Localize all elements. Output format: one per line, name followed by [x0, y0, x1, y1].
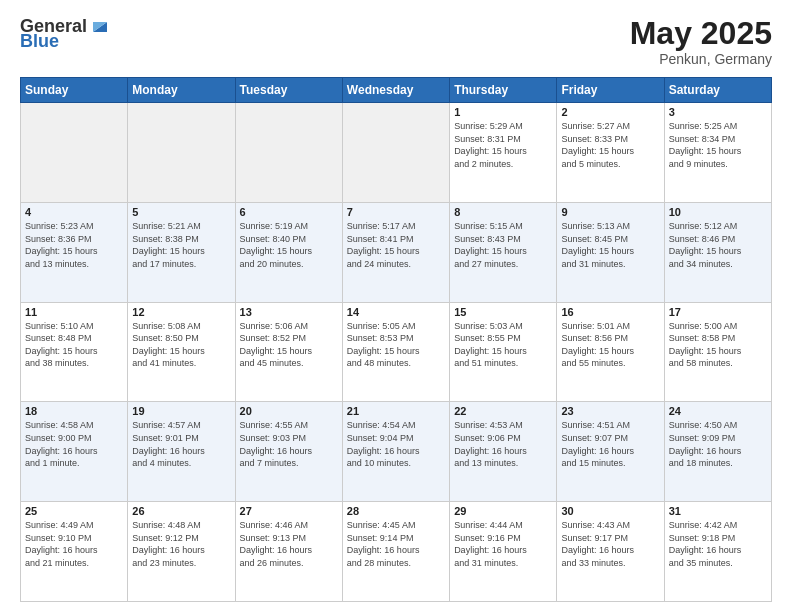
table-row: 27Sunrise: 4:46 AM Sunset: 9:13 PM Dayli… [235, 502, 342, 602]
day-info: Sunrise: 4:50 AM Sunset: 9:09 PM Dayligh… [669, 419, 767, 469]
month-year: May 2025 [630, 16, 772, 51]
table-row: 17Sunrise: 5:00 AM Sunset: 8:58 PM Dayli… [664, 302, 771, 402]
day-number: 25 [25, 505, 123, 517]
table-row: 16Sunrise: 5:01 AM Sunset: 8:56 PM Dayli… [557, 302, 664, 402]
day-number: 17 [669, 306, 767, 318]
day-number: 27 [240, 505, 338, 517]
day-number: 20 [240, 405, 338, 417]
calendar-week-row: 11Sunrise: 5:10 AM Sunset: 8:48 PM Dayli… [21, 302, 772, 402]
day-info: Sunrise: 5:06 AM Sunset: 8:52 PM Dayligh… [240, 320, 338, 370]
table-row: 14Sunrise: 5:05 AM Sunset: 8:53 PM Dayli… [342, 302, 449, 402]
table-row: 12Sunrise: 5:08 AM Sunset: 8:50 PM Dayli… [128, 302, 235, 402]
day-number: 10 [669, 206, 767, 218]
table-row [235, 103, 342, 203]
table-row: 24Sunrise: 4:50 AM Sunset: 9:09 PM Dayli… [664, 402, 771, 502]
table-row: 4Sunrise: 5:23 AM Sunset: 8:36 PM Daylig… [21, 202, 128, 302]
table-row: 29Sunrise: 4:44 AM Sunset: 9:16 PM Dayli… [450, 502, 557, 602]
table-row: 3Sunrise: 5:25 AM Sunset: 8:34 PM Daylig… [664, 103, 771, 203]
day-info: Sunrise: 5:23 AM Sunset: 8:36 PM Dayligh… [25, 220, 123, 270]
weekday-header-row: Sunday Monday Tuesday Wednesday Thursday… [21, 78, 772, 103]
table-row: 2Sunrise: 5:27 AM Sunset: 8:33 PM Daylig… [557, 103, 664, 203]
day-info: Sunrise: 4:42 AM Sunset: 9:18 PM Dayligh… [669, 519, 767, 569]
header-monday: Monday [128, 78, 235, 103]
table-row: 28Sunrise: 4:45 AM Sunset: 9:14 PM Dayli… [342, 502, 449, 602]
day-number: 26 [132, 505, 230, 517]
table-row: 26Sunrise: 4:48 AM Sunset: 9:12 PM Dayli… [128, 502, 235, 602]
day-info: Sunrise: 5:19 AM Sunset: 8:40 PM Dayligh… [240, 220, 338, 270]
day-number: 18 [25, 405, 123, 417]
day-info: Sunrise: 4:48 AM Sunset: 9:12 PM Dayligh… [132, 519, 230, 569]
day-number: 23 [561, 405, 659, 417]
table-row: 7Sunrise: 5:17 AM Sunset: 8:41 PM Daylig… [342, 202, 449, 302]
calendar-week-row: 25Sunrise: 4:49 AM Sunset: 9:10 PM Dayli… [21, 502, 772, 602]
day-number: 24 [669, 405, 767, 417]
header-sunday: Sunday [21, 78, 128, 103]
day-number: 12 [132, 306, 230, 318]
day-info: Sunrise: 4:49 AM Sunset: 9:10 PM Dayligh… [25, 519, 123, 569]
day-number: 7 [347, 206, 445, 218]
table-row: 22Sunrise: 4:53 AM Sunset: 9:06 PM Dayli… [450, 402, 557, 502]
day-number: 3 [669, 106, 767, 118]
day-info: Sunrise: 4:58 AM Sunset: 9:00 PM Dayligh… [25, 419, 123, 469]
day-number: 29 [454, 505, 552, 517]
table-row: 9Sunrise: 5:13 AM Sunset: 8:45 PM Daylig… [557, 202, 664, 302]
table-row [342, 103, 449, 203]
day-info: Sunrise: 5:05 AM Sunset: 8:53 PM Dayligh… [347, 320, 445, 370]
day-number: 2 [561, 106, 659, 118]
day-number: 16 [561, 306, 659, 318]
day-info: Sunrise: 4:53 AM Sunset: 9:06 PM Dayligh… [454, 419, 552, 469]
header-friday: Friday [557, 78, 664, 103]
logo: General Blue [20, 16, 111, 52]
day-number: 14 [347, 306, 445, 318]
table-row: 21Sunrise: 4:54 AM Sunset: 9:04 PM Dayli… [342, 402, 449, 502]
table-row: 20Sunrise: 4:55 AM Sunset: 9:03 PM Dayli… [235, 402, 342, 502]
table-row: 23Sunrise: 4:51 AM Sunset: 9:07 PM Dayli… [557, 402, 664, 502]
header-wednesday: Wednesday [342, 78, 449, 103]
table-row: 30Sunrise: 4:43 AM Sunset: 9:17 PM Dayli… [557, 502, 664, 602]
day-number: 6 [240, 206, 338, 218]
day-number: 9 [561, 206, 659, 218]
day-number: 30 [561, 505, 659, 517]
day-info: Sunrise: 5:10 AM Sunset: 8:48 PM Dayligh… [25, 320, 123, 370]
day-info: Sunrise: 4:57 AM Sunset: 9:01 PM Dayligh… [132, 419, 230, 469]
day-info: Sunrise: 5:01 AM Sunset: 8:56 PM Dayligh… [561, 320, 659, 370]
page: General Blue May 2025 Penkun, Germany Su… [0, 0, 792, 612]
day-number: 11 [25, 306, 123, 318]
day-info: Sunrise: 5:12 AM Sunset: 8:46 PM Dayligh… [669, 220, 767, 270]
calendar-week-row: 1Sunrise: 5:29 AM Sunset: 8:31 PM Daylig… [21, 103, 772, 203]
calendar-week-row: 18Sunrise: 4:58 AM Sunset: 9:00 PM Dayli… [21, 402, 772, 502]
table-row [21, 103, 128, 203]
day-info: Sunrise: 4:55 AM Sunset: 9:03 PM Dayligh… [240, 419, 338, 469]
table-row: 31Sunrise: 4:42 AM Sunset: 9:18 PM Dayli… [664, 502, 771, 602]
day-info: Sunrise: 5:17 AM Sunset: 8:41 PM Dayligh… [347, 220, 445, 270]
table-row: 18Sunrise: 4:58 AM Sunset: 9:00 PM Dayli… [21, 402, 128, 502]
day-info: Sunrise: 5:27 AM Sunset: 8:33 PM Dayligh… [561, 120, 659, 170]
table-row: 25Sunrise: 4:49 AM Sunset: 9:10 PM Dayli… [21, 502, 128, 602]
day-number: 13 [240, 306, 338, 318]
day-info: Sunrise: 5:08 AM Sunset: 8:50 PM Dayligh… [132, 320, 230, 370]
day-number: 28 [347, 505, 445, 517]
day-number: 21 [347, 405, 445, 417]
day-number: 5 [132, 206, 230, 218]
location: Penkun, Germany [630, 51, 772, 67]
day-info: Sunrise: 5:03 AM Sunset: 8:55 PM Dayligh… [454, 320, 552, 370]
header-thursday: Thursday [450, 78, 557, 103]
day-info: Sunrise: 4:45 AM Sunset: 9:14 PM Dayligh… [347, 519, 445, 569]
day-number: 8 [454, 206, 552, 218]
day-number: 15 [454, 306, 552, 318]
day-info: Sunrise: 4:51 AM Sunset: 9:07 PM Dayligh… [561, 419, 659, 469]
header-saturday: Saturday [664, 78, 771, 103]
table-row: 19Sunrise: 4:57 AM Sunset: 9:01 PM Dayli… [128, 402, 235, 502]
logo-blue-text: Blue [20, 31, 59, 52]
day-number: 31 [669, 505, 767, 517]
day-number: 22 [454, 405, 552, 417]
day-info: Sunrise: 5:29 AM Sunset: 8:31 PM Dayligh… [454, 120, 552, 170]
table-row: 13Sunrise: 5:06 AM Sunset: 8:52 PM Dayli… [235, 302, 342, 402]
table-row: 5Sunrise: 5:21 AM Sunset: 8:38 PM Daylig… [128, 202, 235, 302]
day-info: Sunrise: 5:15 AM Sunset: 8:43 PM Dayligh… [454, 220, 552, 270]
table-row [128, 103, 235, 203]
day-info: Sunrise: 4:43 AM Sunset: 9:17 PM Dayligh… [561, 519, 659, 569]
day-info: Sunrise: 5:25 AM Sunset: 8:34 PM Dayligh… [669, 120, 767, 170]
table-row: 1Sunrise: 5:29 AM Sunset: 8:31 PM Daylig… [450, 103, 557, 203]
title-area: May 2025 Penkun, Germany [630, 16, 772, 67]
